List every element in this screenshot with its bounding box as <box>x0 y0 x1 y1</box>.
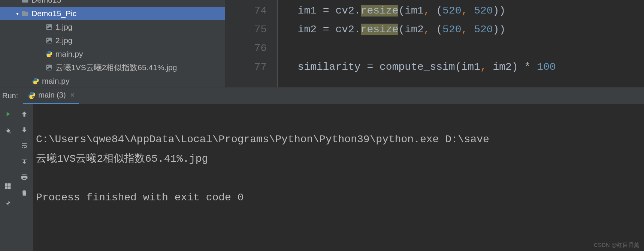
run-tool-column-2 <box>16 104 33 251</box>
scroll-to-end-icon[interactable] <box>18 155 30 167</box>
tree-item-label: main.py <box>55 50 83 59</box>
folder-icon <box>21 9 29 18</box>
tree-item[interactable]: 2.jpg <box>0 34 225 47</box>
svg-rect-13 <box>8 186 11 189</box>
tree-item[interactable]: main.py <box>0 74 225 87</box>
console-line: C:\Users\qwe84\AppData\Local\Programs\Py… <box>36 134 489 145</box>
image-icon <box>45 36 53 45</box>
tree-item-label: 云曦1VS云曦2相似指数65.41%.jpg <box>55 62 177 73</box>
settings-icon[interactable] <box>2 125 14 137</box>
print-icon[interactable] <box>18 171 30 183</box>
svg-rect-10 <box>5 183 8 186</box>
code-line-75[interactable]: im2 = cv2.resize(im2, (520, 520)) <box>285 20 556 39</box>
image-icon <box>45 63 53 72</box>
rerun-button[interactable] <box>2 108 14 120</box>
up-arrow-icon[interactable] <box>18 108 30 120</box>
watermark-text: CSDN @红目香薰 <box>594 242 640 249</box>
svg-point-1 <box>47 25 48 26</box>
console-output[interactable]: C:\Users\qwe84\AppData\Local\Programs\Py… <box>33 104 644 251</box>
run-tool-column-1 <box>0 104 16 251</box>
editor-gutter: 74 75 76 77 <box>225 0 278 87</box>
py-icon <box>45 50 53 58</box>
python-icon <box>28 91 36 99</box>
tree-item[interactable]: 1.jpg <box>0 20 225 34</box>
svg-point-5 <box>47 66 48 67</box>
left-tool-strip <box>0 180 16 209</box>
folder-icon <box>21 0 29 4</box>
tree-item-label: main.py <box>42 77 70 86</box>
svg-point-3 <box>47 39 48 40</box>
run-label: Run: <box>0 92 23 100</box>
down-arrow-icon[interactable] <box>18 124 30 136</box>
image-icon <box>45 23 53 31</box>
soft-wrap-icon[interactable] <box>18 140 30 152</box>
console-line: Process finished with exit code 0 <box>36 192 244 203</box>
svg-rect-11 <box>8 183 11 186</box>
code-editor[interactable]: 74 75 76 77 im1 = cv2.resize(im1, (520, … <box>225 0 644 87</box>
svg-rect-12 <box>5 186 8 189</box>
tree-item[interactable]: ▾Demo15_Pic <box>0 7 225 20</box>
tree-item[interactable]: 云曦1VS云曦2相似指数65.41%.jpg <box>0 61 225 74</box>
close-icon[interactable]: × <box>70 91 75 99</box>
tree-item[interactable]: Demo15 <box>0 0 225 7</box>
py-icon <box>31 77 40 85</box>
run-tab-label: main (3) <box>38 91 66 99</box>
console-line: 云曦1VS云曦2相似指数65.41%.jpg <box>36 153 208 165</box>
pin-icon[interactable] <box>2 197 14 209</box>
code-line-76[interactable] <box>285 39 556 58</box>
project-tree[interactable]: Demo15▾Demo15_Pic1.jpg2.jpgmain.py云曦1VS云… <box>0 0 225 87</box>
tree-item[interactable]: main.py <box>0 47 225 61</box>
tree-item-label: 1.jpg <box>55 23 73 32</box>
code-line-77[interactable]: similarity = compute_ssim(im1, im2) * 10… <box>285 58 556 77</box>
tree-item-label: Demo15 <box>31 0 61 5</box>
tree-arrow-icon[interactable]: ▾ <box>13 11 21 17</box>
layout-icon[interactable] <box>2 180 14 192</box>
run-toolbar: Run: main (3) × <box>0 87 644 104</box>
tree-item-label: 2.jpg <box>55 36 73 45</box>
tree-item-label: Demo15_Pic <box>31 9 76 18</box>
code-line-74[interactable]: im1 = cv2.resize(im1, (520, 520)) <box>285 2 556 20</box>
code-area[interactable]: im1 = cv2.resize(im1, (520, 520)) im2 = … <box>278 0 556 87</box>
trash-icon[interactable] <box>18 187 30 199</box>
run-tab-main[interactable]: main (3) × <box>23 87 79 104</box>
